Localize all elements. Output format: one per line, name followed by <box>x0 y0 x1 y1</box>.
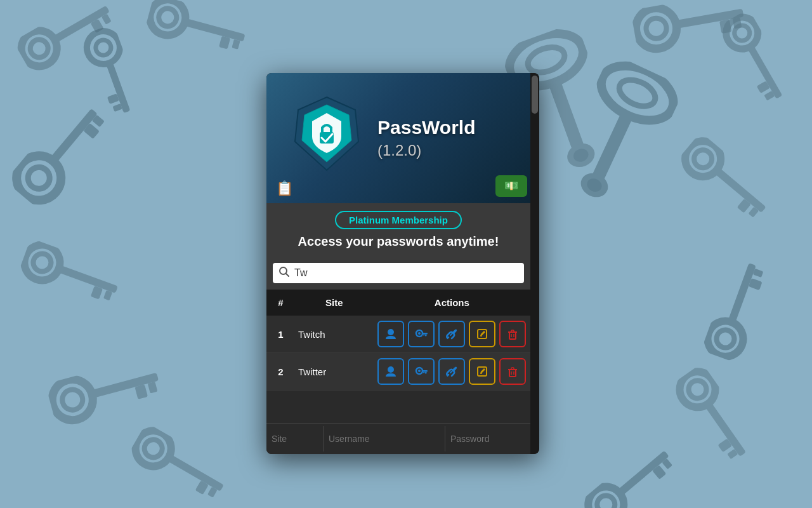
row-1-edit-button[interactable] <box>469 321 495 347</box>
header-banner: PassWorld (1.2.0) 📋 💵 <box>266 73 530 203</box>
svg-point-50 <box>673 364 723 414</box>
app-window: PassWorld (1.2.0) 📋 💵 Platinum Membershi… <box>266 73 539 454</box>
new-username-input[interactable] <box>324 426 445 451</box>
row-2-num: 2 <box>266 366 295 377</box>
svg-point-36 <box>30 251 53 274</box>
doc-icon[interactable]: 📋 <box>276 180 293 197</box>
row-2-link-button[interactable] <box>438 358 465 385</box>
search-area <box>266 259 530 290</box>
svg-point-0 <box>15 24 63 72</box>
svg-rect-82 <box>425 335 427 337</box>
svg-point-40 <box>703 316 749 362</box>
svg-point-71 <box>615 75 660 112</box>
table-row: 2 Twitter <box>266 353 530 391</box>
svg-rect-81 <box>422 333 428 335</box>
svg-point-91 <box>388 366 394 373</box>
svg-point-31 <box>690 146 715 171</box>
new-site-input[interactable] <box>266 426 324 451</box>
app-title: PassWorld <box>377 117 476 138</box>
svg-rect-86 <box>509 332 516 339</box>
svg-point-61 <box>594 492 619 508</box>
tagline: Access your passwords anytime! <box>298 234 499 249</box>
col-header-num: # <box>266 296 295 309</box>
svg-point-93 <box>418 370 421 372</box>
svg-rect-7 <box>182 18 246 41</box>
scrollbar[interactable] <box>530 73 539 454</box>
row-2-site: Twitter <box>295 366 374 377</box>
footer-area <box>266 423 530 454</box>
row-2-user-button[interactable] <box>377 358 404 385</box>
svg-point-11 <box>94 38 114 58</box>
row-1-num: 1 <box>266 329 295 340</box>
svg-rect-27 <box>48 109 97 165</box>
app-title-group: PassWorld (1.2.0) <box>377 117 511 160</box>
bg-key-8 <box>13 238 126 321</box>
svg-rect-57 <box>165 453 224 491</box>
search-input[interactable] <box>294 267 518 279</box>
membership-badge: Platinum Membership <box>335 211 462 229</box>
svg-rect-101 <box>511 368 514 370</box>
svg-point-21 <box>731 23 752 44</box>
row-1-link-button[interactable] <box>438 321 465 347</box>
bg-key-5 <box>707 9 796 115</box>
row-2-delete-button[interactable] <box>499 358 526 385</box>
col-header-site: Site <box>295 296 374 309</box>
svg-point-46 <box>60 387 85 412</box>
svg-rect-9 <box>232 39 240 50</box>
svg-point-1 <box>27 36 51 60</box>
svg-point-51 <box>685 377 710 402</box>
svg-point-26 <box>23 163 54 193</box>
row-1-password-button[interactable] <box>408 321 435 347</box>
bg-key-11 <box>660 363 760 476</box>
scrollbar-thumb[interactable] <box>532 76 538 114</box>
svg-rect-48 <box>134 384 148 399</box>
svg-rect-8 <box>219 36 230 49</box>
svg-line-77 <box>286 274 289 276</box>
svg-rect-83 <box>423 335 425 336</box>
row-2-edit-button[interactable] <box>469 358 495 385</box>
money-icon: 💵 <box>504 180 518 192</box>
svg-point-80 <box>418 332 421 335</box>
svg-point-78 <box>388 329 394 335</box>
membership-area: Platinum Membership Access your password… <box>266 203 530 259</box>
svg-rect-94 <box>422 370 428 372</box>
svg-point-41 <box>714 328 737 351</box>
table-row: 1 Twitch <box>266 316 530 353</box>
bg-key-9 <box>701 255 783 368</box>
search-icon <box>279 267 289 279</box>
svg-rect-42 <box>727 263 756 325</box>
svg-rect-95 <box>425 372 427 374</box>
svg-point-16 <box>645 17 668 40</box>
row-1-delete-button[interactable] <box>499 321 526 347</box>
col-header-actions: Actions <box>374 296 530 309</box>
row-1-actions <box>374 321 530 347</box>
bg-key-12 <box>121 422 235 508</box>
svg-point-56 <box>141 436 166 460</box>
svg-rect-88 <box>511 330 514 332</box>
search-bar <box>273 263 524 283</box>
svg-point-55 <box>129 424 177 472</box>
row-2-password-button[interactable] <box>408 358 435 385</box>
svg-point-70 <box>593 55 682 131</box>
table-body: 1 Twitch <box>266 316 530 423</box>
bg-key-13 <box>579 437 690 508</box>
row-2-actions <box>374 358 530 385</box>
money-button[interactable]: 💵 <box>495 175 527 197</box>
svg-rect-96 <box>423 372 425 373</box>
svg-rect-37 <box>56 264 118 293</box>
row-1-user-button[interactable] <box>377 321 404 347</box>
bg-key-2 <box>141 0 252 69</box>
svg-point-66 <box>525 43 568 77</box>
svg-point-35 <box>20 240 65 286</box>
app-version: (1.2.0) <box>377 142 421 159</box>
svg-point-5 <box>146 0 190 39</box>
bg-key-7 <box>668 132 778 236</box>
svg-point-6 <box>157 6 178 28</box>
svg-point-45 <box>48 375 97 424</box>
table-header: # Site Actions <box>266 290 530 316</box>
svg-rect-99 <box>509 370 516 377</box>
new-password-input[interactable] <box>445 426 539 451</box>
row-1-site: Twitch <box>295 329 374 340</box>
svg-rect-49 <box>148 382 158 394</box>
shield-logo <box>285 91 368 186</box>
